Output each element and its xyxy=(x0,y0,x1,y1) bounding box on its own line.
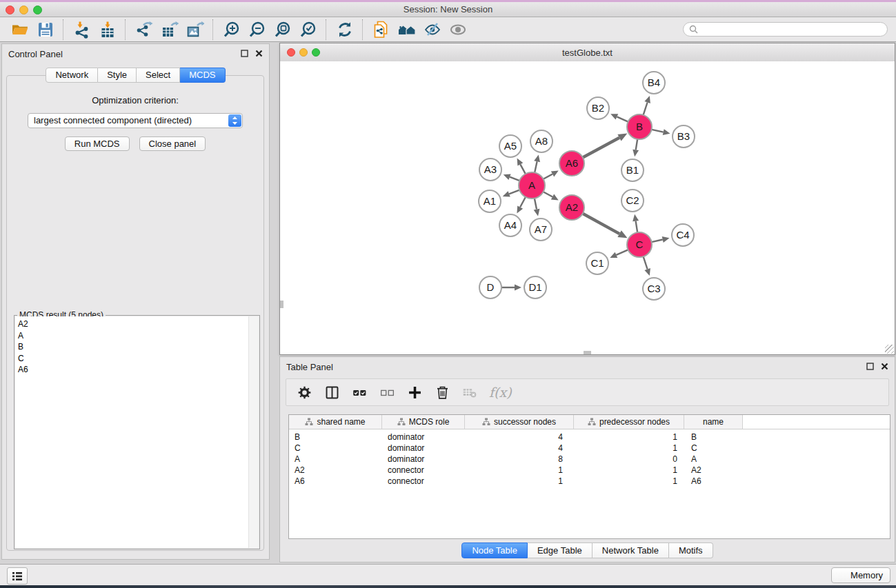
mcds-result-item[interactable]: A6 xyxy=(18,364,259,376)
hide-graphics-details-button[interactable] xyxy=(419,19,445,40)
mcds-result-item[interactable]: A xyxy=(18,330,259,342)
graph-edge-arrowhead xyxy=(503,191,510,196)
apply-layout-button[interactable] xyxy=(332,19,357,40)
zoom-in-button[interactable] xyxy=(219,19,244,40)
graph-edge-C-C2[interactable] xyxy=(636,221,638,233)
tab-mcds[interactable]: MCDS xyxy=(180,68,225,83)
desktop-edge xyxy=(0,0,896,2)
graph-edge-A-A6[interactable] xyxy=(544,174,552,179)
import-network-button[interactable] xyxy=(69,19,94,40)
refresh-icon xyxy=(336,21,354,39)
graph-edge-C-C3[interactable] xyxy=(644,256,648,269)
result-list-scrollbar[interactable] xyxy=(248,316,259,548)
toolbar-separator xyxy=(212,19,214,40)
import-table-button[interactable] xyxy=(94,19,120,40)
table-row[interactable]: A6connector11A6 xyxy=(289,476,890,487)
close-panel-icon[interactable] xyxy=(255,50,263,57)
minimize-network-window-button[interactable] xyxy=(299,48,308,57)
tab-motifs[interactable]: Motifs xyxy=(669,543,713,558)
table-header-filler xyxy=(743,415,890,429)
table-cell: dominator xyxy=(382,443,465,453)
network-file-button[interactable] xyxy=(368,19,394,40)
zoom-out-button[interactable] xyxy=(244,19,270,40)
table-row[interactable]: Adominator80A xyxy=(289,454,890,465)
graph-edge-A-A2[interactable] xyxy=(544,192,552,196)
birds-eye-view-button[interactable] xyxy=(445,19,470,40)
deselect-all-button[interactable] xyxy=(376,383,398,402)
table-panel-tabs: Node TableEdge TableNetwork TableMotifs xyxy=(280,543,895,558)
graph-edge-A-A3[interactable] xyxy=(510,177,519,181)
graph-edge-A-A8[interactable] xyxy=(535,161,537,172)
select-all-button[interactable] xyxy=(348,383,370,402)
graph-edge-A-A5[interactable] xyxy=(520,164,526,174)
close-network-window-button[interactable] xyxy=(287,48,295,57)
table-row[interactable]: Cdominator41C xyxy=(289,443,890,454)
zoom-selected-button[interactable] xyxy=(295,19,321,40)
export-network-button[interactable] xyxy=(131,19,157,40)
table-row[interactable]: A2connector11A2 xyxy=(289,465,890,476)
tab-node-table[interactable]: Node Table xyxy=(461,543,528,558)
table-cell: dominator xyxy=(382,454,465,464)
mcds-result-item[interactable]: A2 xyxy=(18,318,259,330)
column-header-shared-name[interactable]: shared name xyxy=(289,415,382,429)
zoom-network-window-button[interactable] xyxy=(312,48,320,57)
graph-edge-C-C4[interactable] xyxy=(652,240,663,243)
export-table-button[interactable] xyxy=(157,19,182,40)
delete-column-button[interactable] xyxy=(431,383,453,402)
table-cell: 0 xyxy=(574,454,684,464)
close-panel-icon[interactable] xyxy=(881,363,888,370)
tab-network[interactable]: Network xyxy=(46,68,98,83)
zoom-selected-icon xyxy=(299,21,317,39)
column-header-predecessor-nodes[interactable]: predecessor nodes xyxy=(574,415,684,429)
open-session-button[interactable] xyxy=(7,19,32,40)
column-header-name[interactable]: name xyxy=(684,415,743,429)
dropdown-selected-value: largest connected component (directed) xyxy=(28,114,242,128)
search-box xyxy=(683,22,888,37)
task-history-button[interactable] xyxy=(7,567,28,585)
graph-edge-A6-B[interactable] xyxy=(583,138,619,158)
graph-edge-A-A7[interactable] xyxy=(535,199,537,210)
window-resize-grip[interactable] xyxy=(885,345,894,354)
tab-network-table[interactable]: Network Table xyxy=(593,543,669,558)
network-window-titlebar[interactable]: testGlobe.txt xyxy=(280,43,895,62)
close-panel-button[interactable]: Close panel xyxy=(139,136,206,151)
graph-edge-arrowhead xyxy=(662,236,670,243)
tab-edge-table[interactable]: Edge Table xyxy=(528,543,593,558)
graph-edge-A-A1[interactable] xyxy=(509,190,519,194)
tab-select[interactable]: Select xyxy=(137,68,180,83)
create-column-button[interactable] xyxy=(404,383,426,402)
mcds-result-item[interactable]: C xyxy=(18,353,259,365)
graph-edge-arrowhead xyxy=(534,209,540,216)
houses-icon xyxy=(398,21,416,39)
graph-edge-B-B1[interactable] xyxy=(636,139,638,150)
search-input[interactable] xyxy=(701,24,882,35)
graph-edge-B-B2[interactable] xyxy=(617,116,628,121)
graph-edge-B-B4[interactable] xyxy=(644,103,648,115)
tab-style[interactable]: Style xyxy=(98,68,137,83)
column-header-successor-nodes[interactable]: successor nodes xyxy=(465,415,574,429)
zoom-fit-button[interactable] xyxy=(270,19,295,40)
float-panel-icon[interactable] xyxy=(866,363,874,370)
list-icon xyxy=(10,569,24,583)
memory-button[interactable]: Memory xyxy=(831,567,890,583)
graph-edge-B-B3[interactable] xyxy=(652,130,664,132)
optimization-criterion-dropdown[interactable]: largest connected component (directed) xyxy=(28,113,243,128)
graph-edge-A-A4[interactable] xyxy=(520,197,526,207)
export-image-button[interactable] xyxy=(182,19,208,40)
show-graphics-details-button[interactable] xyxy=(394,19,419,40)
graph-edge-C-C1[interactable] xyxy=(616,250,628,255)
table-cell: 1 xyxy=(574,432,684,442)
show-columns-button[interactable] xyxy=(321,383,343,402)
network-canvas[interactable]: B4B2BB3A5A8A6B1A3AC2A1A2A4A7C4CC1C3DD1 xyxy=(280,61,895,354)
column-header-mcds-role[interactable]: MCDS role xyxy=(382,415,465,429)
table-row[interactable]: Bdominator41B xyxy=(289,432,890,443)
table-settings-button[interactable] xyxy=(293,383,315,402)
mcds-result-item[interactable]: B xyxy=(18,341,259,353)
float-panel-icon[interactable] xyxy=(241,50,248,57)
graph-node-label: B2 xyxy=(592,102,604,114)
run-mcds-button[interactable]: Run MCDS xyxy=(65,136,130,151)
save-session-button[interactable] xyxy=(32,19,58,40)
table-cell: A2 xyxy=(289,465,382,475)
graph-edge-A2-C[interactable] xyxy=(583,214,619,234)
zoom-fit-icon xyxy=(274,21,292,39)
